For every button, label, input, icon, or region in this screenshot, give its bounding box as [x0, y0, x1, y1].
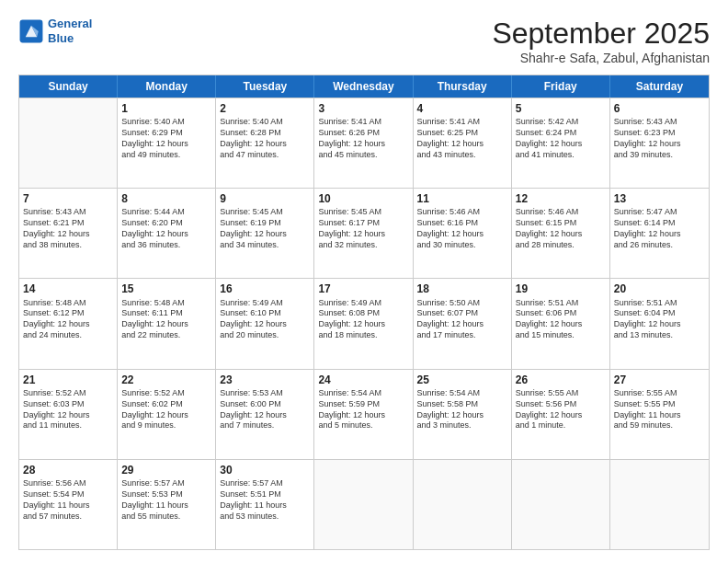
day-number: 10	[318, 191, 408, 206]
calendar-cell: 5Sunrise: 5:42 AM Sunset: 6:24 PM Daylig…	[512, 98, 610, 188]
calendar-cell: 14Sunrise: 5:48 AM Sunset: 6:12 PM Dayli…	[19, 279, 118, 368]
day-number: 27	[614, 373, 705, 387]
cell-info: Sunrise: 5:42 AM Sunset: 6:24 PM Dayligh…	[516, 117, 606, 161]
cell-info: Sunrise: 5:49 AM Sunset: 6:10 PM Dayligh…	[220, 298, 310, 342]
weekday-header-tuesday: Tuesday	[216, 75, 314, 98]
calendar-cell: 15Sunrise: 5:48 AM Sunset: 6:11 PM Dayli…	[118, 279, 216, 368]
calendar-cell	[19, 98, 118, 188]
month-title: September 2025	[492, 17, 710, 51]
calendar-week-2: 7Sunrise: 5:43 AM Sunset: 6:21 PM Daylig…	[19, 188, 709, 278]
day-number: 28	[23, 463, 113, 477]
cell-info: Sunrise: 5:48 AM Sunset: 6:12 PM Dayligh…	[23, 298, 113, 342]
page: General Blue September 2025 Shahr-e Safa…	[0, 0, 728, 563]
day-number: 26	[516, 373, 606, 387]
cell-info: Sunrise: 5:40 AM Sunset: 6:28 PM Dayligh…	[220, 117, 310, 161]
day-number: 29	[121, 463, 211, 477]
calendar-cell: 26Sunrise: 5:55 AM Sunset: 5:56 PM Dayli…	[512, 370, 610, 459]
calendar-cell: 8Sunrise: 5:44 AM Sunset: 6:20 PM Daylig…	[118, 189, 216, 278]
logo-general: General	[48, 17, 92, 30]
cell-info: Sunrise: 5:54 AM Sunset: 5:59 PM Dayligh…	[318, 388, 408, 432]
calendar-cell: 21Sunrise: 5:52 AM Sunset: 6:03 PM Dayli…	[19, 370, 118, 459]
day-number: 17	[318, 282, 408, 296]
calendar-cell	[512, 460, 610, 549]
calendar-cell: 11Sunrise: 5:46 AM Sunset: 6:16 PM Dayli…	[414, 189, 512, 278]
day-number: 4	[417, 101, 507, 116]
cell-info: Sunrise: 5:43 AM Sunset: 6:21 PM Dayligh…	[23, 207, 113, 251]
calendar-cell: 24Sunrise: 5:54 AM Sunset: 5:59 PM Dayli…	[314, 370, 413, 459]
calendar-cell: 2Sunrise: 5:40 AM Sunset: 6:28 PM Daylig…	[216, 98, 314, 188]
cell-info: Sunrise: 5:45 AM Sunset: 6:19 PM Dayligh…	[220, 207, 310, 251]
calendar-cell: 1Sunrise: 5:40 AM Sunset: 6:29 PM Daylig…	[118, 98, 216, 188]
day-number: 7	[23, 191, 113, 206]
calendar: SundayMondayTuesdayWednesdayThursdayFrid…	[18, 75, 710, 550]
calendar-cell: 29Sunrise: 5:57 AM Sunset: 5:53 PM Dayli…	[118, 460, 216, 549]
calendar-cell: 17Sunrise: 5:49 AM Sunset: 6:08 PM Dayli…	[314, 279, 413, 368]
day-number: 23	[220, 373, 310, 387]
cell-info: Sunrise: 5:57 AM Sunset: 5:53 PM Dayligh…	[121, 478, 211, 523]
day-number: 22	[121, 373, 211, 387]
calendar-cell	[314, 460, 413, 549]
cell-info: Sunrise: 5:48 AM Sunset: 6:11 PM Dayligh…	[121, 298, 211, 342]
day-number: 5	[516, 101, 606, 116]
calendar-cell: 27Sunrise: 5:55 AM Sunset: 5:55 PM Dayli…	[610, 370, 709, 459]
cell-info: Sunrise: 5:57 AM Sunset: 5:51 PM Dayligh…	[220, 478, 310, 523]
calendar-cell	[414, 460, 512, 549]
day-number: 16	[220, 282, 310, 296]
weekday-header-sunday: Sunday	[19, 75, 118, 98]
weekday-header-monday: Monday	[118, 75, 216, 98]
logo-blue: Blue	[48, 31, 74, 45]
day-number: 9	[220, 191, 310, 206]
day-number: 13	[614, 191, 705, 206]
cell-info: Sunrise: 5:56 AM Sunset: 5:54 PM Dayligh…	[23, 478, 113, 523]
cell-info: Sunrise: 5:43 AM Sunset: 6:23 PM Dayligh…	[614, 117, 705, 161]
calendar-cell: 10Sunrise: 5:45 AM Sunset: 6:17 PM Dayli…	[314, 189, 413, 278]
location-title: Shahr-e Safa, Zabul, Afghanistan	[492, 51, 710, 65]
calendar-cell: 20Sunrise: 5:51 AM Sunset: 6:04 PM Dayli…	[610, 279, 709, 368]
day-number: 25	[417, 373, 507, 387]
cell-info: Sunrise: 5:50 AM Sunset: 6:07 PM Dayligh…	[417, 298, 507, 342]
calendar-week-4: 21Sunrise: 5:52 AM Sunset: 6:03 PM Dayli…	[19, 369, 709, 459]
cell-info: Sunrise: 5:52 AM Sunset: 6:02 PM Dayligh…	[121, 388, 211, 432]
calendar-cell: 25Sunrise: 5:54 AM Sunset: 5:58 PM Dayli…	[414, 370, 512, 459]
calendar-cell: 23Sunrise: 5:53 AM Sunset: 6:00 PM Dayli…	[216, 370, 314, 459]
calendar-week-1: 1Sunrise: 5:40 AM Sunset: 6:29 PM Daylig…	[19, 98, 709, 188]
cell-info: Sunrise: 5:41 AM Sunset: 6:25 PM Dayligh…	[417, 117, 507, 161]
header: General Blue September 2025 Shahr-e Safa…	[18, 17, 710, 65]
day-number: 1	[121, 101, 211, 116]
cell-info: Sunrise: 5:46 AM Sunset: 6:16 PM Dayligh…	[417, 207, 507, 251]
cell-info: Sunrise: 5:55 AM Sunset: 5:55 PM Dayligh…	[614, 388, 705, 432]
cell-info: Sunrise: 5:40 AM Sunset: 6:29 PM Dayligh…	[121, 117, 211, 161]
day-number: 2	[220, 101, 310, 116]
weekday-header-thursday: Thursday	[414, 75, 512, 98]
calendar-cell: 18Sunrise: 5:50 AM Sunset: 6:07 PM Dayli…	[414, 279, 512, 368]
calendar-cell: 28Sunrise: 5:56 AM Sunset: 5:54 PM Dayli…	[19, 460, 118, 549]
cell-info: Sunrise: 5:45 AM Sunset: 6:17 PM Dayligh…	[318, 207, 408, 251]
day-number: 20	[614, 282, 705, 296]
calendar-cell: 7Sunrise: 5:43 AM Sunset: 6:21 PM Daylig…	[19, 189, 118, 278]
calendar-cell: 16Sunrise: 5:49 AM Sunset: 6:10 PM Dayli…	[216, 279, 314, 368]
weekday-header-wednesday: Wednesday	[314, 75, 413, 98]
cell-info: Sunrise: 5:54 AM Sunset: 5:58 PM Dayligh…	[417, 388, 507, 432]
day-number: 19	[516, 282, 606, 296]
calendar-cell: 13Sunrise: 5:47 AM Sunset: 6:14 PM Dayli…	[610, 189, 709, 278]
day-number: 3	[318, 101, 408, 116]
day-number: 14	[23, 282, 113, 296]
calendar-body: 1Sunrise: 5:40 AM Sunset: 6:29 PM Daylig…	[19, 98, 709, 549]
day-number: 8	[121, 191, 211, 206]
title-block: September 2025 Shahr-e Safa, Zabul, Afgh…	[492, 17, 710, 65]
weekday-header-friday: Friday	[512, 75, 610, 98]
cell-info: Sunrise: 5:44 AM Sunset: 6:20 PM Dayligh…	[121, 207, 211, 251]
calendar-week-3: 14Sunrise: 5:48 AM Sunset: 6:12 PM Dayli…	[19, 278, 709, 368]
calendar-cell: 12Sunrise: 5:46 AM Sunset: 6:15 PM Dayli…	[512, 189, 610, 278]
calendar-week-5: 28Sunrise: 5:56 AM Sunset: 5:54 PM Dayli…	[19, 459, 709, 549]
cell-info: Sunrise: 5:41 AM Sunset: 6:26 PM Dayligh…	[318, 117, 408, 161]
day-number: 15	[121, 282, 211, 296]
cell-info: Sunrise: 5:51 AM Sunset: 6:06 PM Dayligh…	[516, 298, 606, 342]
cell-info: Sunrise: 5:46 AM Sunset: 6:15 PM Dayligh…	[516, 207, 606, 251]
logo: General Blue	[18, 17, 92, 45]
day-number: 30	[220, 463, 310, 477]
calendar-cell	[610, 460, 709, 549]
day-number: 12	[516, 191, 606, 206]
calendar-cell: 4Sunrise: 5:41 AM Sunset: 6:25 PM Daylig…	[414, 98, 512, 188]
calendar-cell: 9Sunrise: 5:45 AM Sunset: 6:19 PM Daylig…	[216, 189, 314, 278]
